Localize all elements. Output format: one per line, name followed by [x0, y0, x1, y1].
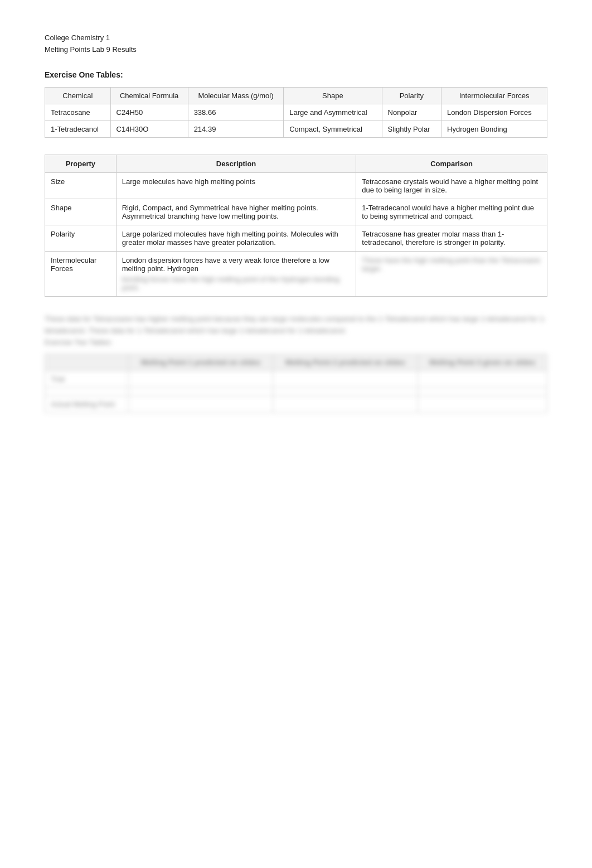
cell-formula: C14H30O — [110, 121, 188, 138]
cell-description: London dispersion forces have a very wea… — [116, 252, 356, 297]
exercise-one-title: Exercise One Tables: — [45, 70, 547, 79]
cell-property: Shape — [45, 199, 117, 225]
cell-formula: C24H50 — [110, 104, 188, 121]
cell-comparison: Tetracosane has greater molar mass than … — [356, 225, 547, 252]
property-table-row: Intermolecular Forces London dispersion … — [45, 252, 547, 297]
cell-comparison: 1-Tetradecanol would have a higher melti… — [356, 199, 547, 225]
page-header: College Chemistry 1 Melting Points Lab 9… — [45, 33, 547, 54]
lab-title: Melting Points Lab 9 Results — [45, 45, 547, 54]
cell-shape: Compact, Symmetrical — [284, 121, 382, 138]
property-table-row: Shape Rigid, Compact, and Symmetrical ha… — [45, 199, 547, 225]
cell-mass: 338.66 — [188, 104, 284, 121]
blurred-section: These data for Tetracosane has higher me… — [45, 314, 547, 413]
prop-col-comparison: Comparison — [356, 155, 547, 173]
prop-col-description: Description — [116, 155, 356, 173]
property-table: Property Description Comparison Size Lar… — [45, 155, 547, 297]
col-header-mass: Molecular Mass (g/mol) — [188, 88, 284, 104]
col-header-shape: Shape — [284, 88, 382, 104]
property-table-row: Polarity Large polarized molecules have … — [45, 225, 547, 252]
col-header-chemical: Chemical — [45, 88, 111, 104]
cell-property: Polarity — [45, 225, 117, 252]
cell-description: Large molecules have high melting points — [116, 173, 356, 199]
prop-col-property: Property — [45, 155, 117, 173]
cell-polarity: Slightly Polar — [382, 121, 441, 138]
col-header-formula: Chemical Formula — [110, 88, 188, 104]
blurred-paragraph: These data for Tetracosane has higher me… — [45, 314, 547, 348]
chemical-table: Chemical Chemical Formula Molecular Mass… — [45, 87, 547, 138]
property-table-row: Size Large molecules have high melting p… — [45, 173, 547, 199]
cell-mass: 214.39 — [188, 121, 284, 138]
cell-property: Size — [45, 173, 117, 199]
cell-property: Intermolecular Forces — [45, 252, 117, 297]
blurred-table: Melting Point 1 predicted on slides Melt… — [45, 354, 547, 413]
cell-description: Large polarized molecules have high melt… — [116, 225, 356, 252]
cell-forces: London Dispersion Forces — [441, 104, 547, 121]
chemical-table-row: 1-Tetradecanol C14H30O 214.39 Compact, S… — [45, 121, 547, 138]
col-header-polarity: Polarity — [382, 88, 441, 104]
cell-comparison: Tetracosane crystals would have a higher… — [356, 173, 547, 199]
cell-chemical: Tetracosane — [45, 104, 111, 121]
cell-description: Rigid, Compact, and Symmetrical have hig… — [116, 199, 356, 225]
cell-forces: Hydrogen Bonding — [441, 121, 547, 138]
course-title: College Chemistry 1 — [45, 33, 547, 42]
cell-chemical: 1-Tetradecanol — [45, 121, 111, 138]
cell-shape: Large and Asymmetrical — [284, 104, 382, 121]
cell-comparison: These have the high melting point than t… — [356, 252, 547, 297]
cell-polarity: Nonpolar — [382, 104, 441, 121]
chemical-table-row: Tetracosane C24H50 338.66 Large and Asym… — [45, 104, 547, 121]
col-header-forces: Intermolecular Forces — [441, 88, 547, 104]
